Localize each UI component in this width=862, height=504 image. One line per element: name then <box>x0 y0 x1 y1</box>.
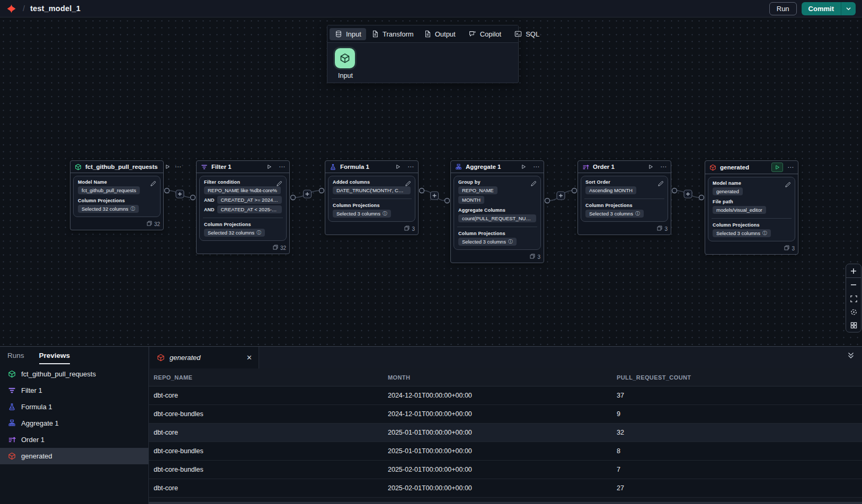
value-pill[interactable]: Selected 3 columnsⓘ <box>458 238 517 246</box>
zoom-in-button[interactable] <box>846 264 861 278</box>
tab-previews[interactable]: Previews <box>39 352 70 364</box>
horizontal-scrollbar[interactable] <box>149 502 862 504</box>
sidebar-item-fct-github-pull-requests[interactable]: fct_github_pull_requests <box>0 366 148 382</box>
add-node-button[interactable] <box>684 190 692 198</box>
pill-row: Selected 3 columnsⓘ <box>713 229 790 237</box>
node-run-button[interactable] <box>645 163 656 171</box>
toolbox-tab-output[interactable]: Output <box>419 28 460 40</box>
edit-icon[interactable] <box>657 179 664 189</box>
tab-runs[interactable]: Runs <box>7 352 24 364</box>
value-pill[interactable]: fct_github_pull_requests <box>78 186 140 194</box>
node-menu-button[interactable]: ⋯ <box>787 165 794 170</box>
preview-sidebar: Runs Previews fct_github_pull_requestsFi… <box>0 347 149 504</box>
add-node-button[interactable] <box>176 190 184 198</box>
close-icon[interactable]: ✕ <box>246 354 252 362</box>
pill-row: generated <box>713 187 790 195</box>
column-header-repo-name[interactable]: REPO_NAME <box>149 374 383 381</box>
fit-view-button[interactable] <box>846 292 861 305</box>
edit-icon[interactable] <box>150 179 156 189</box>
dag-node-order-1[interactable]: Order 1⋯Sort OrderAscending MONTHColumn … <box>577 160 671 235</box>
value-pill[interactable]: generated <box>713 187 743 195</box>
grid-view-button[interactable] <box>846 319 861 332</box>
commit-button[interactable]: Commit <box>802 2 841 15</box>
edit-icon[interactable] <box>785 181 791 190</box>
table-row[interactable]: dbt-core-bundles2025-02-01T00:00:00+00:0… <box>149 461 862 479</box>
node-run-button[interactable] <box>164 163 171 171</box>
sidebar-item-generated[interactable]: generated <box>0 448 148 464</box>
node-menu-button[interactable]: ⋯ <box>279 164 285 169</box>
column-header-month[interactable]: MONTH <box>383 374 612 381</box>
input-node-tile[interactable] <box>335 48 355 68</box>
toolbox-tab-label: Copilot <box>480 30 501 38</box>
output-port[interactable] <box>165 188 170 193</box>
add-node-button[interactable] <box>304 190 312 198</box>
value-pill[interactable]: Ascending MONTH <box>585 186 636 194</box>
collapse-panel-button[interactable] <box>847 351 855 362</box>
toolbox-tab-sql[interactable]: SQL <box>509 28 544 40</box>
toolbox-item-input[interactable]: Input <box>335 48 358 79</box>
commit-dropdown-button[interactable] <box>841 2 856 15</box>
node-menu-button[interactable]: ⋯ <box>660 164 667 169</box>
dag-node-generated[interactable]: generated⋯Model namegeneratedFile pathmo… <box>705 160 798 255</box>
input-port[interactable] <box>572 188 577 193</box>
edit-icon[interactable] <box>405 179 411 189</box>
value-pill[interactable]: Selected 3 columnsⓘ <box>713 229 771 237</box>
output-port[interactable] <box>672 188 677 193</box>
edit-icon[interactable] <box>276 179 282 189</box>
value-pill[interactable]: models/visual_editor <box>713 206 766 214</box>
value-pill[interactable]: REPO_NAME like %dbt-core% <box>204 186 281 194</box>
dag-node-aggregate-1[interactable]: Aggregate 1⋯Group byREPO_NAMEMONTHAggreg… <box>450 160 544 263</box>
value-pill[interactable]: REPO_NAME <box>458 186 497 194</box>
value-pill[interactable]: Selected 3 columnsⓘ <box>585 210 644 218</box>
output-port[interactable] <box>420 188 424 193</box>
input-port[interactable] <box>699 195 704 200</box>
node-run-button[interactable] <box>264 163 274 171</box>
run-button[interactable]: Run <box>769 2 797 15</box>
value-pill[interactable]: CREATED_AT < 2025-03-01 <box>217 205 282 213</box>
value-pill[interactable]: DATE_TRUNC('MONTH', CREATED_AT... <box>333 186 411 194</box>
toolbox-tab-copilot[interactable]: Copilot <box>464 28 506 40</box>
preview-tab-generated[interactable]: generated ✕ <box>150 347 259 368</box>
node-menu-button[interactable]: ⋯ <box>175 164 181 169</box>
value-pill[interactable]: Selected 3 columnsⓘ <box>333 210 391 218</box>
value-pill[interactable]: CREATED_AT >= 2024-12-01 <box>217 196 282 204</box>
table-row[interactable]: dbt-core2025-02-01T00:00:00+00:0027 <box>149 479 862 498</box>
sidebar-item-formula-1[interactable]: Formula 1 <box>0 399 148 415</box>
dag-node-fct-github-pull-requests[interactable]: fct_github_pull_requests⋯Model Namefct_g… <box>70 160 164 230</box>
column-header-pull-request-count[interactable]: PULL_REQUEST_COUNT <box>612 374 862 381</box>
add-node-button[interactable] <box>431 192 439 200</box>
zoom-out-button[interactable] <box>846 278 861 291</box>
table-row[interactable]: dbt-core-bundles2025-01-01T00:00:00+00:0… <box>149 442 862 461</box>
value-pill[interactable]: MONTH <box>458 196 484 204</box>
value-pill[interactable]: Selected 32 columnsⓘ <box>204 229 265 237</box>
output-port[interactable] <box>545 199 550 203</box>
dag-canvas[interactable]: InputTransformOutputCopilotSQL Input fct… <box>0 17 862 346</box>
toolbox-tab-input[interactable]: Input <box>330 28 366 40</box>
dag-node-formula-1[interactable]: Formula 1⋯Added columnsDATE_TRUNC('MONTH… <box>325 160 419 235</box>
node-run-button[interactable] <box>393 163 403 171</box>
sidebar-item-order-1[interactable]: Order 1 <box>0 431 148 448</box>
sidebar-item-aggregate-1[interactable]: Aggregate 1 <box>0 415 148 431</box>
output-port[interactable] <box>291 195 296 200</box>
node-footer: 3 <box>325 224 418 235</box>
value-pill[interactable]: Selected 32 columnsⓘ <box>78 205 139 213</box>
input-port[interactable] <box>445 199 450 203</box>
dag-node-filter-1[interactable]: Filter 1⋯Filter conditionREPO_NAME like … <box>196 160 290 254</box>
table-row[interactable]: dbt-core2025-01-01T00:00:00+00:0032 <box>149 424 862 442</box>
node-menu-button[interactable]: ⋯ <box>533 164 539 169</box>
add-node-button[interactable] <box>557 192 565 200</box>
table-row[interactable]: dbt-core-bundles2024-12-01T00:00:00+00:0… <box>149 405 862 424</box>
value-pill[interactable]: count(PULL_REQUEST_NUMBER) as ... <box>458 214 536 222</box>
sidebar-item-filter-1[interactable]: Filter 1 <box>0 382 148 399</box>
input-port[interactable] <box>191 195 195 200</box>
locate-button[interactable] <box>846 305 861 319</box>
column-count: 32 <box>154 221 160 227</box>
pill-text: Selected 3 columns <box>336 210 380 217</box>
table-row[interactable]: dbt-core2024-12-01T00:00:00+00:0037 <box>149 386 862 405</box>
toolbox-tab-transform[interactable]: Transform <box>366 28 419 40</box>
node-run-button[interactable] <box>518 163 529 171</box>
input-port[interactable] <box>319 188 324 193</box>
edit-icon[interactable] <box>530 179 537 189</box>
node-run-button[interactable] <box>771 163 783 172</box>
node-menu-button[interactable]: ⋯ <box>407 164 414 169</box>
